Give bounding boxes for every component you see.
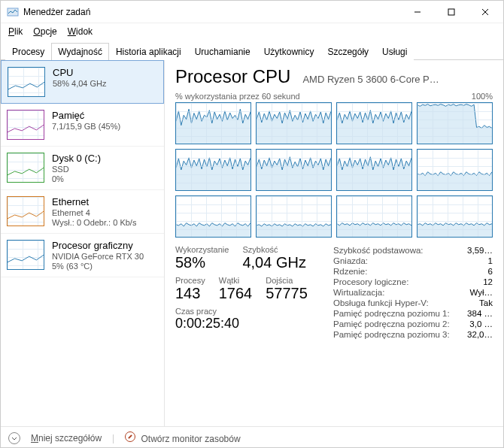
stat-key: Procesory logiczne:: [333, 277, 408, 286]
stat-value: 6: [488, 267, 493, 276]
fewer-details-link[interactable]: Mniej szczegółów: [31, 433, 102, 443]
stat-key: Rdzenie:: [333, 267, 367, 276]
sidebar-item-dysk-0-c-[interactable]: Dysk 0 (C:)SSD0%: [1, 147, 164, 190]
resource-monitor-icon: [125, 431, 135, 442]
menu-options[interactable]: Opcje: [29, 25, 61, 38]
titlebar: Menedżer zadań: [1, 1, 503, 23]
util-label: Wykorzystanie: [175, 245, 229, 254]
svg-marker-5: [176, 109, 250, 144]
sidebar-item-name: CPU: [53, 67, 107, 78]
cpu-core-chart-11[interactable]: [417, 195, 493, 238]
sidebar-item-ethernet[interactable]: EthernetEthernet 4Wysł.: 0 Odebr.: 0 Kb/…: [1, 190, 164, 234]
cpu-core-chart-4[interactable]: [175, 149, 251, 191]
sidebar-item-name: Dysk 0 (C:): [52, 153, 101, 164]
close-button[interactable]: [468, 1, 502, 23]
sidebar-item-sub: 58% 4,04 GHz: [53, 79, 107, 88]
speed-value: 4,04 GHz: [242, 254, 305, 271]
cpu-core-chart-5[interactable]: [256, 149, 332, 191]
tab-szczegóły[interactable]: Szczegóły: [320, 43, 375, 60]
svg-marker-7: [337, 110, 411, 144]
stat-row: Wirtualizacja:Wył…: [333, 287, 493, 298]
util-value: 58%: [175, 254, 229, 271]
menu-view[interactable]: Widok: [63, 25, 97, 38]
page-title: Procesor CPU: [175, 66, 290, 87]
cpu-core-chart-9[interactable]: [256, 195, 332, 238]
sidebar-item-sub: NVIDIA GeForce RTX 30: [52, 252, 144, 261]
sidebar-item-name: Ethernet: [52, 196, 136, 207]
collapse-icon[interactable]: [8, 432, 20, 444]
menubar: Plik Opcje Widok: [1, 23, 503, 40]
stat-value: Wył…: [469, 288, 493, 297]
uptime-value: 0:00:25:40: [175, 316, 318, 331]
speed-label: Szybkość: [242, 245, 305, 254]
cpu-model: AMD Ryzen 5 3600 6-Core P…: [302, 74, 493, 85]
stat-row: Rdzenie:6: [333, 266, 493, 277]
tabs: ProcesyWydajnośćHistoria aplikacjiUrucha…: [1, 40, 503, 60]
stat-key: Obsługa funkcji Hyper-V:: [333, 298, 429, 307]
cpu-core-chart-6[interactable]: [336, 149, 412, 191]
sidebar-item-cpu[interactable]: CPU58% 4,04 GHz: [1, 60, 164, 104]
maximize-button[interactable]: [434, 1, 468, 23]
cpu-core-chart-7[interactable]: [417, 149, 493, 191]
sidebar-item-procesor-graficzny[interactable]: Procesor graficznyNVIDIA GeForce RTX 305…: [1, 234, 164, 277]
stat-key: Pamięć podręczna poziomu 1:: [333, 309, 450, 318]
stat-value: 32,0…: [467, 330, 493, 339]
cpu-core-chart-0[interactable]: [175, 102, 251, 144]
stat-row: Obsługa funkcji Hyper-V:Tak: [333, 298, 493, 308]
threads-value: 1764: [219, 285, 253, 302]
chart-caption-right: 100%: [472, 92, 493, 101]
sidebar-thumb: [7, 196, 44, 226]
cpu-core-chart-1[interactable]: [256, 102, 332, 144]
sidebar-item-sub2: 0%: [52, 174, 101, 183]
sidebar-thumb: [7, 240, 44, 270]
sidebar-item-sub2: Wysł.: 0 Odebr.: 0 Kb/s: [52, 218, 136, 227]
cpu-core-chart-8[interactable]: [175, 195, 251, 238]
tab-użytkownicy[interactable]: Użytkownicy: [257, 43, 321, 60]
proc-label: Procesy: [175, 276, 205, 285]
stat-row: Pamięć podręczna poziomu 3:32,0…: [333, 329, 493, 340]
sidebar: CPU58% 4,04 GHzPamięć7,1/15,9 GB (45%)Dy…: [1, 60, 165, 426]
menu-file[interactable]: Plik: [4, 25, 27, 38]
chart-caption-left: % wykorzystania przez 60 sekund: [175, 92, 300, 101]
threads-label: Wątki: [219, 276, 253, 285]
stat-row: Pamięć podręczna poziomu 1:384 …: [333, 308, 493, 319]
stat-row: Szybkość podstawowa:3,59…: [333, 245, 493, 256]
stat-value: 12: [483, 277, 493, 286]
uptime-label: Czas pracy: [175, 307, 318, 316]
proc-value: 143: [175, 285, 205, 302]
tab-wydajność[interactable]: Wydajność: [51, 43, 109, 60]
stat-key: Gniazda:: [333, 256, 368, 265]
svg-marker-13: [176, 223, 250, 237]
tab-procesy[interactable]: Procesy: [5, 43, 51, 60]
sidebar-item-pami-[interactable]: Pamięć7,1/15,9 GB (45%): [1, 104, 164, 147]
cpu-charts-grid[interactable]: [175, 102, 493, 238]
stat-value: 1: [488, 256, 493, 265]
cpu-core-chart-3[interactable]: [417, 102, 493, 144]
stat-key: Wirtualizacja:: [333, 288, 384, 297]
stats-right: Szybkość podstawowa:3,59…Gniazda:1Rdzeni…: [333, 245, 493, 340]
svg-rect-2: [448, 9, 454, 15]
cpu-core-chart-10[interactable]: [336, 195, 412, 238]
handles-label: Dojścia: [266, 276, 308, 285]
minimize-button[interactable]: [400, 1, 434, 23]
sidebar-item-name: Procesor graficzny: [52, 240, 144, 251]
stat-value: 384 …: [467, 309, 493, 318]
sidebar-thumb: [7, 110, 44, 140]
stat-value: 3,0 …: [469, 319, 493, 328]
tab-historia-aplikacji[interactable]: Historia aplikacji: [109, 43, 188, 60]
sidebar-thumb: [8, 67, 45, 97]
tab-usługi[interactable]: Usługi: [375, 43, 414, 60]
svg-marker-15: [337, 223, 411, 237]
window-title: Menedżer zadań: [23, 7, 90, 17]
svg-marker-11: [337, 157, 411, 190]
cpu-core-chart-2[interactable]: [336, 102, 412, 144]
sidebar-item-name: Pamięć: [52, 110, 120, 121]
sidebar-item-sub: SSD: [52, 165, 101, 174]
svg-marker-16: [417, 223, 492, 237]
tab-uruchamianie[interactable]: Uruchamianie: [188, 43, 257, 60]
resource-monitor-link[interactable]: Otwórz monitor zasobów: [125, 431, 240, 444]
stat-row: Pamięć podręczna poziomu 2:3,0 …: [333, 319, 493, 329]
svg-marker-8: [417, 104, 492, 144]
stat-value: 3,59…: [467, 246, 493, 255]
stat-key: Szybkość podstawowa:: [333, 246, 424, 255]
